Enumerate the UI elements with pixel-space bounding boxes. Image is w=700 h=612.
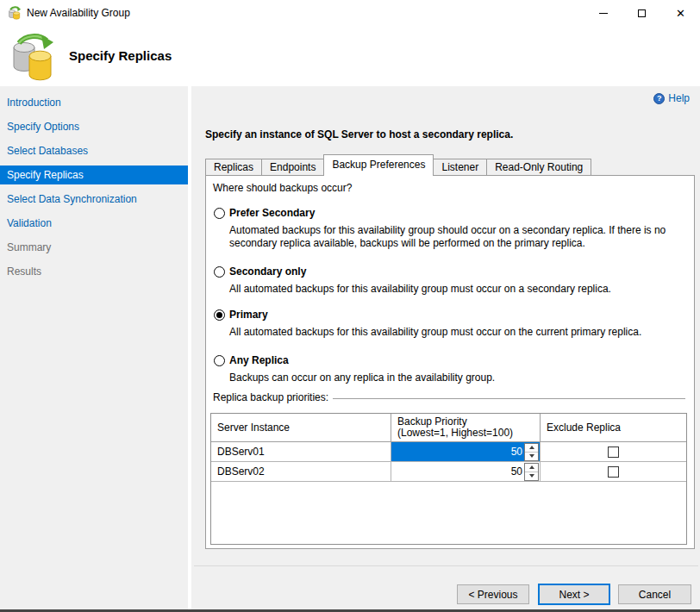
exclude-replica-cell	[541, 442, 686, 461]
replica-priorities-table: Server Instance Backup Priority (Lowest=…	[210, 413, 687, 545]
prefer-secondary-radio[interactable]	[214, 208, 225, 219]
help-label: Help	[668, 92, 690, 104]
spin-up-icon[interactable]	[525, 464, 538, 472]
backup-question-label: Where should backups occur?	[213, 182, 352, 194]
any-replica-radio[interactable]	[214, 355, 225, 366]
primary-label: Primary	[229, 309, 268, 321]
title-bar: New Availability Group ✕	[0, 0, 700, 26]
footer-divider	[194, 565, 698, 566]
exclude-replica-cell	[541, 462, 686, 481]
sidebar-item-validation[interactable]: Validation	[0, 214, 188, 233]
sidebar-item-specify-replicas[interactable]: Specify Replicas	[0, 165, 188, 184]
sidebar-item-select-data-synchronization[interactable]: Select Data Synchronization	[0, 190, 188, 209]
option-any-replica: Any Replica Backups can occur on any rep…	[206, 354, 689, 384]
help-icon: ?	[653, 93, 665, 104]
column-header-server-instance: Server Instance	[211, 414, 391, 441]
priority-spinner[interactable]	[524, 443, 539, 461]
minimize-icon	[599, 13, 608, 14]
exclude-replica-checkbox[interactable]	[608, 466, 619, 478]
tab-replicas[interactable]: Replicas	[205, 159, 262, 176]
tab-strip: Replicas Endpoints Backup Preferences Li…	[205, 154, 591, 176]
primary-description: All automated backups for this availabil…	[229, 326, 684, 339]
close-button[interactable]: ✕	[661, 0, 700, 26]
backup-priority-value: 50	[511, 465, 522, 478]
cancel-button[interactable]: Cancel	[618, 584, 691, 604]
table-row: DBServ02 50	[211, 462, 686, 482]
availability-group-icon	[8, 6, 22, 20]
column-header-backup-priority: Backup Priority (Lowest=1, Highest=100)	[391, 414, 541, 441]
maximize-button[interactable]	[622, 0, 661, 26]
table-row: DBServ01 50	[211, 442, 686, 462]
replica-priorities-group: Replica backup priorities:	[213, 391, 685, 403]
tab-listener[interactable]: Listener	[433, 159, 487, 176]
maximize-icon	[638, 9, 646, 17]
secondary-only-description: All automated backups for this availabil…	[229, 283, 684, 296]
page-title: Specify Replicas	[69, 48, 172, 63]
sidebar-item-specify-options[interactable]: Specify Options	[0, 117, 188, 136]
spin-down-icon[interactable]	[525, 472, 538, 480]
previous-button[interactable]: < Previous	[457, 584, 529, 604]
minimize-button[interactable]	[584, 0, 622, 26]
priority-spinner[interactable]	[524, 463, 539, 481]
sidebar-item-summary: Summary	[0, 238, 188, 257]
option-prefer-secondary: Prefer Secondary Automated backups for t…	[206, 207, 689, 250]
backup-priority-value: 50	[511, 446, 522, 458]
exclude-replica-checkbox[interactable]	[608, 447, 619, 458]
backup-preferences-panel: Where should backups occur? Prefer Secon…	[205, 175, 695, 549]
secondary-only-label: Secondary only	[229, 265, 306, 278]
column-header-exclude-replica: Exclude Replica	[541, 414, 686, 441]
sidebar-item-select-databases[interactable]: Select Databases	[0, 141, 188, 160]
primary-radio[interactable]	[214, 309, 225, 321]
server-instance-cell[interactable]: DBServ02	[211, 462, 391, 481]
tab-endpoints[interactable]: Endpoints	[261, 159, 324, 176]
availability-group-large-icon	[9, 33, 57, 83]
secondary-only-radio[interactable]	[214, 266, 225, 278]
prefer-secondary-label: Prefer Secondary	[229, 207, 315, 219]
table-header-row: Server Instance Backup Priority (Lowest=…	[211, 414, 686, 442]
wizard-content: ? Help Specify an instance of SQL Server…	[191, 86, 700, 609]
next-button[interactable]: Next >	[538, 584, 610, 605]
option-secondary-only: Secondary only All automated backups for…	[206, 265, 689, 296]
prefer-secondary-description: Automated backups for this availability …	[229, 224, 684, 250]
spin-down-icon[interactable]	[525, 453, 538, 460]
instruction-text: Specify an instance of SQL Server to hos…	[205, 128, 513, 141]
backup-priority-cell[interactable]: 50	[391, 442, 541, 461]
any-replica-description: Backups can occur on any replica in the …	[229, 372, 684, 384]
backup-priority-cell[interactable]: 50	[391, 462, 541, 481]
any-replica-label: Any Replica	[229, 354, 289, 366]
close-icon: ✕	[676, 8, 685, 19]
tab-backup-preferences[interactable]: Backup Preferences	[323, 154, 434, 176]
server-instance-cell[interactable]: DBServ01	[211, 442, 391, 461]
wizard-steps-sidebar: Introduction Specify Options Select Data…	[0, 86, 188, 609]
option-primary: Primary All automated backups for this a…	[206, 309, 689, 339]
window-title: New Availability Group	[27, 7, 130, 19]
spin-up-icon[interactable]	[525, 444, 538, 453]
tab-read-only-routing[interactable]: Read-Only Routing	[486, 159, 591, 176]
help-link[interactable]: ? Help	[653, 92, 690, 104]
replica-priorities-label: Replica backup priorities:	[213, 391, 328, 403]
sidebar-item-introduction[interactable]: Introduction	[0, 93, 188, 112]
wizard-window: New Availability Group ✕ Specify Replica…	[0, 0, 700, 612]
group-separator-line	[333, 398, 685, 399]
sidebar-item-results: Results	[0, 262, 188, 281]
